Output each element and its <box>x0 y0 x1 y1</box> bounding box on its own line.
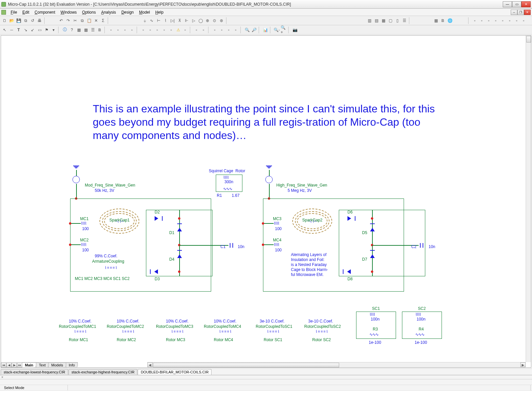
maximize-button[interactable]: ▭ <box>512 1 521 7</box>
a3-icon[interactable]: ▫ <box>485 17 492 24</box>
menu-edit[interactable]: Edit <box>20 9 32 15</box>
mdi-minimize-button[interactable]: – <box>511 10 517 15</box>
a8-icon[interactable]: ▫ <box>520 17 527 24</box>
p11-icon[interactable]: ▫ <box>193 27 200 33</box>
p7-icon[interactable]: ▫ <box>154 27 161 33</box>
p2-icon[interactable]: ▫ <box>115 27 121 33</box>
page-last-button[interactable]: ⏭ <box>17 363 22 367</box>
list2-icon[interactable]: ☰ <box>89 27 96 33</box>
mdi-close-button[interactable]: ✕ <box>524 10 531 15</box>
p14-icon[interactable]: ▫ <box>218 27 225 33</box>
menu-analysis[interactable]: Analysis <box>98 9 119 15</box>
tile-v-icon[interactable]: ▤ <box>373 17 380 24</box>
rect-icon[interactable]: ▭ <box>36 27 43 33</box>
schematic-canvas[interactable]: This is an example illustrating the poin… <box>1 35 531 368</box>
delete-icon[interactable]: ✕ <box>93 17 99 24</box>
a4-icon[interactable]: ▫ <box>492 17 499 24</box>
menu-design[interactable]: Design <box>119 9 136 15</box>
bus-icon[interactable]: ↙ <box>29 27 36 33</box>
p15-icon[interactable]: ▫ <box>225 27 232 33</box>
menu-file[interactable]: File <box>8 9 20 15</box>
vsrc-icon[interactable]: ⊕ <box>204 17 211 24</box>
p13-icon[interactable]: ▫ <box>211 27 218 33</box>
menu-options[interactable]: Options <box>79 9 98 15</box>
paste-icon[interactable]: 📋 <box>86 17 92 24</box>
wire2-icon[interactable]: ↘ <box>22 27 29 33</box>
p5-icon[interactable]: ▫ <box>140 27 147 33</box>
help-icon[interactable]: ? <box>68 27 75 33</box>
page-first-button[interactable]: ⏮ <box>1 363 6 367</box>
doc-icon[interactable]: 🗎 <box>440 17 446 24</box>
menu-windows[interactable]: Windows <box>58 9 79 15</box>
zoom-out-icon[interactable]: 🔍- <box>273 27 280 33</box>
open-icon[interactable]: 📂 <box>8 17 15 24</box>
file-tab-3[interactable]: DOUBLED-BIFILAR_MOTOR-COILS.CIR <box>138 369 211 375</box>
hscroll-right-button[interactable]: ▶ <box>520 362 526 367</box>
tile-h-icon[interactable]: ▥ <box>366 17 373 24</box>
find-icon[interactable]: 🔍 <box>244 27 250 33</box>
page-tab-main[interactable]: Main <box>22 362 36 367</box>
horizontal-scrollbar[interactable]: ◀ ▶ <box>147 362 526 367</box>
vertical-scrollbar[interactable] <box>526 36 531 362</box>
mos-icon[interactable]: ⊩ <box>183 17 190 24</box>
diode-icon[interactable]: ▷| <box>169 17 176 24</box>
page-prev-button[interactable]: ◀ <box>6 363 12 367</box>
page-next-button[interactable]: ▶ <box>12 363 17 367</box>
src-icon[interactable]: ◯ <box>197 17 204 24</box>
grid2-icon[interactable]: ▦ <box>82 27 89 33</box>
camera-icon[interactable]: 📷 <box>292 27 298 33</box>
list-icon[interactable]: ☰ <box>401 17 408 24</box>
a6-icon[interactable]: ▫ <box>506 17 513 24</box>
a1-icon[interactable]: ▫ <box>471 17 478 24</box>
revert-icon[interactable]: ↺ <box>29 17 36 24</box>
text-icon[interactable]: T <box>15 27 22 33</box>
comp-icon[interactable]: ▾ <box>50 27 57 33</box>
grid-icon[interactable]: ▦ <box>75 27 82 33</box>
sum-icon[interactable]: Σ <box>100 17 106 24</box>
gnd-icon[interactable]: ⏚ <box>141 17 148 24</box>
mdi-restore-button[interactable]: ❐ <box>517 10 524 15</box>
meter-icon[interactable]: ⊛ <box>218 17 225 24</box>
file-tab-2[interactable]: stack-exchange-highest-frequency.CIR <box>68 369 137 375</box>
p6-icon[interactable]: ▫ <box>147 27 154 33</box>
save-all-icon[interactable]: ⧉ <box>22 17 29 24</box>
p1-icon[interactable]: ▫ <box>108 27 114 33</box>
page-tab-models[interactable]: Models <box>48 362 66 367</box>
cap-icon[interactable]: ⊢ <box>155 17 162 24</box>
p12-icon[interactable]: ▫ <box>200 27 207 33</box>
menu-component[interactable]: Component <box>32 9 58 15</box>
page-tab-text[interactable]: Text <box>36 362 49 367</box>
warn-icon[interactable]: ⚠ <box>175 27 182 33</box>
page-tab-info[interactable]: Info <box>66 362 78 367</box>
opamp-icon[interactable]: ▷ <box>190 17 197 24</box>
cut-icon[interactable]: ✂ <box>72 17 78 24</box>
window-icon[interactable]: ▢ <box>387 17 394 24</box>
zoom-in-icon[interactable]: 🔍+ <box>280 27 287 33</box>
p16-icon[interactable]: ▫ <box>232 27 239 33</box>
a5-icon[interactable]: ▫ <box>499 17 506 24</box>
undo-icon[interactable]: ↶ <box>58 17 65 24</box>
calc-icon[interactable]: ▦ <box>433 17 439 24</box>
p4-icon[interactable]: ▫ <box>129 27 135 33</box>
info-icon[interactable]: ⓘ <box>62 27 68 33</box>
isrc-icon[interactable]: ⊙ <box>211 17 218 24</box>
minimize-button[interactable]: — <box>503 1 512 7</box>
file-tab-1[interactable]: stack-exchange-lowest-frequency.CIR <box>1 369 68 375</box>
wire-icon[interactable]: ─ <box>8 27 15 33</box>
flag-icon[interactable]: ⚑ <box>43 27 50 33</box>
npn-icon[interactable]: ⊼ <box>176 17 183 24</box>
p10-icon[interactable]: ▫ <box>182 27 189 33</box>
close-panel-button[interactable]: × <box>0 375 532 379</box>
cascade-icon[interactable]: ▦ <box>380 17 387 24</box>
globe-icon[interactable]: 🌐 <box>447 17 453 24</box>
print-icon[interactable]: 🖶 <box>36 17 43 24</box>
redo-icon[interactable]: ↷ <box>65 17 71 24</box>
menu-model[interactable]: Model <box>136 9 153 15</box>
hscroll-left-button[interactable]: ◀ <box>147 362 153 367</box>
copy-icon[interactable]: ⧉ <box>79 17 85 24</box>
p3-icon[interactable]: ▫ <box>122 27 128 33</box>
ind-icon[interactable]: ⌇ <box>162 17 169 24</box>
p8-icon[interactable]: ▫ <box>161 27 168 33</box>
new-icon[interactable]: 🗋 <box>1 17 8 24</box>
close-button[interactable]: ✕ <box>521 1 531 7</box>
